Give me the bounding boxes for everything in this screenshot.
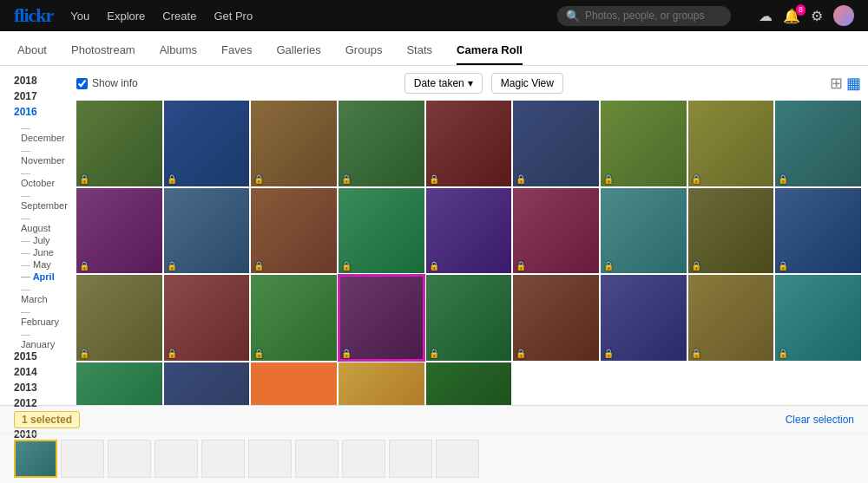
magic-view-button[interactable]: Magic View bbox=[491, 73, 563, 94]
lock-icon: 🔒 bbox=[79, 261, 89, 271]
photo-12[interactable]: 🔒 bbox=[251, 188, 337, 274]
empty-slot-7 bbox=[342, 440, 385, 478]
show-info-checkbox[interactable] bbox=[76, 78, 88, 89]
sidebar-month-april[interactable]: April bbox=[14, 271, 56, 283]
nav-you[interactable]: You bbox=[70, 10, 89, 23]
sidebar-year-2015[interactable]: 2015 bbox=[14, 350, 56, 362]
photo-13[interactable]: 🔒 bbox=[339, 188, 424, 274]
lock-icon: 🔒 bbox=[603, 174, 614, 184]
sidebar-month-may[interactable]: May bbox=[14, 258, 56, 271]
photo-14[interactable]: 🔒 bbox=[426, 188, 512, 274]
sidebar-month-december[interactable]: December bbox=[14, 121, 56, 144]
compact-view-button[interactable]: ▦ bbox=[846, 74, 861, 93]
lock-icon: 🔒 bbox=[691, 261, 701, 271]
sidebar-year-2017[interactable]: 2017 bbox=[14, 90, 56, 102]
sidebar-year-2018[interactable]: 2018 bbox=[14, 75, 56, 87]
nav-create[interactable]: Create bbox=[162, 10, 196, 23]
lock-icon: 🔒 bbox=[778, 261, 788, 271]
sidebar-month-september[interactable]: September bbox=[14, 189, 56, 212]
selected-thumb-image bbox=[16, 441, 56, 476]
empty-slot-5 bbox=[248, 440, 292, 478]
photo-32[interactable]: 🔒 bbox=[426, 362, 512, 405]
photo-23[interactable]: 🔒 bbox=[426, 275, 512, 361]
show-info-toggle[interactable]: Show info bbox=[76, 77, 138, 89]
lock-icon: 🔒 bbox=[167, 349, 177, 358]
tab-galleries[interactable]: Galleries bbox=[276, 43, 320, 65]
photo-3[interactable]: 🔒 bbox=[251, 101, 337, 186]
lock-icon: 🔒 bbox=[341, 174, 352, 184]
photo-30[interactable]: 🔒 bbox=[251, 362, 337, 405]
tab-photostream[interactable]: Photostream bbox=[71, 43, 135, 65]
photo-4[interactable]: 🔒 bbox=[339, 101, 424, 186]
sidebar-month-august[interactable]: August bbox=[14, 212, 56, 234]
lock-icon: 🔒 bbox=[778, 349, 788, 358]
photo-21[interactable]: 🔒 bbox=[251, 275, 337, 361]
tab-camera-roll[interactable]: Camera Roll bbox=[457, 43, 523, 65]
nav-explore[interactable]: Explore bbox=[107, 10, 145, 23]
photo-22-selected[interactable]: 🔒 bbox=[339, 275, 424, 361]
date-taken-label: Date taken bbox=[414, 77, 464, 89]
lock-icon: 🔒 bbox=[516, 174, 526, 184]
clear-selection-button[interactable]: Clear selection bbox=[786, 414, 854, 426]
view-toggle: ⊞ ▦ bbox=[830, 74, 861, 93]
lock-icon: 🔒 bbox=[79, 349, 89, 358]
photo-18[interactable]: 🔒 bbox=[775, 188, 861, 274]
sidebar-month-february[interactable]: February bbox=[14, 305, 56, 328]
lock-icon: 🔒 bbox=[253, 349, 264, 358]
photo-7[interactable]: 🔒 bbox=[601, 101, 687, 186]
empty-slot-6 bbox=[295, 440, 339, 478]
photo-26[interactable]: 🔒 bbox=[688, 275, 774, 361]
secondary-navigation: About Photostream Albums Faves Galleries… bbox=[0, 31, 868, 66]
photo-11[interactable]: 🔒 bbox=[164, 188, 250, 274]
photo-2[interactable]: 🔒 bbox=[164, 101, 250, 186]
photo-16[interactable]: 🔒 bbox=[601, 188, 687, 274]
tab-faves[interactable]: Faves bbox=[221, 43, 252, 65]
photo-19[interactable]: 🔒 bbox=[76, 275, 162, 361]
photo-27[interactable]: 🔒 bbox=[775, 275, 861, 361]
photo-15[interactable]: 🔒 bbox=[513, 188, 599, 274]
selected-thumb-1[interactable] bbox=[14, 440, 57, 478]
sidebar-year-2016[interactable]: 2016 bbox=[14, 106, 56, 118]
flickr-logo[interactable]: flickr bbox=[14, 4, 53, 27]
photo-9[interactable]: 🔒 bbox=[775, 101, 861, 186]
search-icon: 🔍 bbox=[566, 10, 580, 23]
lock-icon: 🔒 bbox=[253, 174, 264, 184]
photo-8[interactable]: 🔒 bbox=[688, 101, 774, 186]
photo-29[interactable]: 🔒 bbox=[164, 362, 250, 405]
sidebar-month-june[interactable]: June bbox=[14, 246, 56, 258]
apps-icon[interactable]: ⚙ bbox=[811, 8, 823, 24]
sidebar-year-2013[interactable]: 2013 bbox=[14, 382, 56, 394]
tab-groups[interactable]: Groups bbox=[345, 43, 383, 65]
photo-10[interactable]: 🔒 bbox=[76, 188, 162, 274]
nav-get-pro[interactable]: Get Pro bbox=[214, 10, 253, 23]
tab-albums[interactable]: Albums bbox=[160, 43, 197, 65]
date-taken-button[interactable]: Date taken ▾ bbox=[404, 73, 483, 94]
tab-about[interactable]: About bbox=[17, 43, 47, 65]
photo-grid: 🔒 🔒 🔒 🔒 🔒 🔒 🔒 🔒 🔒 🔒 🔒 🔒 🔒 🔒 🔒 🔒 🔒 🔒 🔒 🔒 … bbox=[76, 101, 861, 405]
photo-28[interactable]: 🔒 bbox=[76, 362, 162, 405]
photo-17[interactable]: 🔒 bbox=[688, 188, 774, 274]
photo-24[interactable]: 🔒 bbox=[513, 275, 599, 361]
photo-25[interactable]: 🔒 bbox=[601, 275, 687, 361]
sidebar-month-january[interactable]: January bbox=[14, 328, 56, 350]
grid-view-button[interactable]: ⊞ bbox=[830, 74, 843, 93]
photo-6[interactable]: 🔒 bbox=[513, 101, 599, 186]
sidebar-month-july[interactable]: July bbox=[14, 234, 56, 246]
upload-icon[interactable]: ☁ bbox=[759, 8, 773, 24]
sidebar-month-march[interactable]: March bbox=[14, 283, 56, 305]
search-input[interactable] bbox=[585, 10, 722, 22]
tab-stats[interactable]: Stats bbox=[406, 43, 432, 65]
sidebar-month-october[interactable]: October bbox=[14, 166, 56, 189]
photo-5[interactable]: 🔒 bbox=[426, 101, 512, 186]
sidebar-month-november[interactable]: November bbox=[14, 144, 56, 166]
notification-badge: 8 bbox=[796, 4, 806, 16]
lock-icon: 🔒 bbox=[778, 174, 788, 184]
lock-icon: 🔒 bbox=[429, 349, 439, 358]
avatar[interactable] bbox=[833, 5, 854, 26]
photo-1[interactable]: 🔒 bbox=[76, 101, 162, 186]
notifications-icon[interactable]: 🔔 8 bbox=[783, 8, 800, 24]
sidebar-year-2014[interactable]: 2014 bbox=[14, 366, 56, 378]
photo-20[interactable]: 🔒 bbox=[164, 275, 250, 361]
photo-31[interactable]: 🔒 bbox=[339, 362, 424, 405]
show-info-label: Show info bbox=[92, 77, 138, 89]
